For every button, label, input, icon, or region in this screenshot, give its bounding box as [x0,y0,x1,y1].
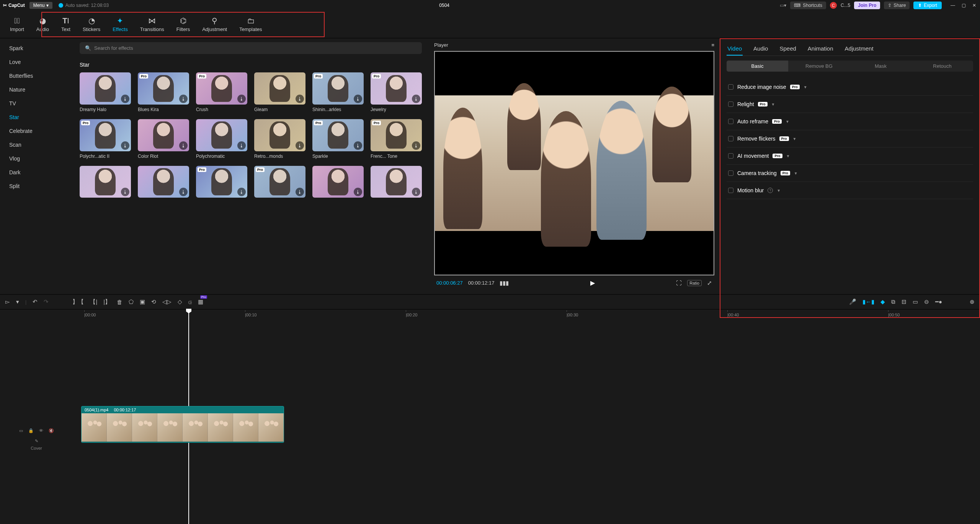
inspector-subtab-retouch[interactable]: Retouch [911,61,973,72]
lock-track-icon[interactable]: ▭ [19,428,23,433]
enhance-icon[interactable]: ▦ [198,298,203,305]
split-right-icon[interactable]: |】 [103,298,111,306]
video-clip[interactable]: 0504(1).mp4 00:00:12:17 [81,406,284,443]
effect-thumb[interactable]: ⭳ [196,119,247,151]
chevron-down-icon[interactable]: ▼ [794,171,798,175]
category-dark[interactable]: Dark [0,165,73,179]
magnet-icon[interactable]: ◆ [880,298,885,305]
frame-icon[interactable]: ▣ [140,298,145,305]
export-button[interactable]: ⬆ Export [913,2,942,9]
tab-transitions[interactable]: ⋈Transitions [134,11,170,38]
inspector-row[interactable]: Auto reframePro▼ [727,113,973,130]
undo-icon[interactable]: ↶ [33,298,38,305]
timeline-tracks[interactable]: |00:00|00:10|00:20|00:30|00:40|00:50 050… [73,309,980,524]
download-icon[interactable]: ⭳ [237,188,246,196]
download-icon[interactable]: ⭳ [121,141,129,150]
effect-item[interactable]: Pro⭳Sparkle [312,119,364,159]
tab-templates[interactable]: 🗀Templates [233,11,268,38]
effect-thumb[interactable]: Pro⭳ [371,119,422,151]
edit-cover-icon[interactable]: ✎ [35,439,38,444]
inspector-row[interactable]: Reduce image noisePro▼ [727,79,973,96]
download-icon[interactable]: ⭳ [296,188,304,196]
inspector-row[interactable]: Camera trackingPro▼ [727,165,973,182]
download-icon[interactable]: ⭳ [354,141,362,150]
mirror-icon[interactable]: ◁▷ [162,298,172,305]
mic-icon[interactable]: 🎤 [849,298,856,305]
layout-icon[interactable]: ▭▾ [780,3,786,8]
chevron-down-icon[interactable]: ▼ [804,85,807,89]
tab-stickers[interactable]: ◔Stickers [77,11,106,38]
close-icon[interactable]: ✕ [972,3,977,8]
link-icon[interactable]: ⧉ [891,298,895,305]
category-scan[interactable]: Scan [0,138,73,152]
effect-thumb[interactable]: Pro⭳ [312,119,364,151]
effect-item[interactable]: ⭳Gleam [254,72,305,112]
inspector-row[interactable]: Remove flickersPro▼ [727,130,973,147]
effect-thumb[interactable]: ⭳ [138,166,189,198]
download-icon[interactable]: ⭳ [121,95,129,103]
effect-thumb[interactable]: ⭳ [312,166,364,198]
split-left-icon[interactable]: 【| [90,298,97,306]
effect-item[interactable]: Pro⭳Jewelry [371,72,422,112]
checkbox[interactable] [728,102,733,107]
split-icon[interactable]: 】【 [72,298,84,306]
tab-filters[interactable]: ⌬Filters [170,11,196,38]
menu-button[interactable]: Menu▾ [29,2,52,9]
shortcuts-button[interactable]: ⌨ Shortcuts [790,2,826,9]
category-butterflies[interactable]: Butterflies [0,69,73,83]
align-icon[interactable]: ⊟ [902,298,906,305]
effect-thumb[interactable]: ⭳ [254,119,305,151]
compare-icon[interactable]: ▮▮▮ [500,280,509,287]
category-star[interactable]: Star [0,110,73,124]
effect-item[interactable]: ⭳ [312,166,364,200]
time-ruler[interactable]: |00:00|00:10|00:20|00:30|00:40|00:50 [73,309,980,322]
category-nature[interactable]: Nature [0,83,73,97]
chevron-down-icon[interactable]: ▼ [771,102,775,106]
effect-thumb[interactable]: Pro⭳ [196,166,247,198]
minimize-icon[interactable]: — [950,3,956,8]
redo-icon[interactable]: ↷ [44,298,49,305]
play-button[interactable]: ▶ [590,279,595,287]
magnet-start-icon[interactable]: ▮←▮ [862,298,874,305]
checkbox[interactable] [728,170,733,176]
download-icon[interactable]: ⭳ [354,188,362,196]
delete-icon[interactable]: 🗑 [117,299,122,305]
inspector-subtab-mask[interactable]: Mask [850,61,911,72]
effect-thumb[interactable]: Pro⭳ [196,72,247,105]
download-icon[interactable]: ⭳ [179,141,188,150]
inspector-row[interactable]: AI movementPro▼ [727,147,973,165]
checkbox[interactable] [728,153,733,159]
effect-item[interactable]: ⭳ [80,166,131,200]
effect-thumb[interactable]: ⭳ [80,166,131,198]
download-icon[interactable]: ⭳ [412,95,420,103]
effect-thumb[interactable]: Pro⭳ [371,72,422,105]
preview-icon[interactable]: ▭ [913,298,918,305]
fullscreen-preview-icon[interactable]: ⛶ [676,280,682,286]
download-icon[interactable]: ⭳ [412,141,420,150]
effect-thumb[interactable]: Pro⭳ [138,72,189,105]
chevron-down-icon[interactable]: ▼ [793,137,797,141]
checkbox[interactable] [728,136,733,141]
download-icon[interactable]: ⭳ [237,95,246,103]
effect-item[interactable]: ⭳ [138,166,189,200]
zoom-in-icon[interactable]: ⊕ [970,298,975,305]
search-input[interactable]: 🔍 Search for effects [80,42,422,54]
tab-adjustment[interactable]: ⚲Adjustment [196,11,233,38]
cover-label[interactable]: Cover [31,446,42,450]
reverse-icon[interactable]: ⟲ [151,298,156,305]
tab-effects[interactable]: ✦Effects [106,11,134,38]
download-icon[interactable]: ⭳ [121,188,129,196]
inspector-tab-adjustment[interactable]: Adjustment [844,42,874,56]
join-pro-button[interactable]: Join Pro [854,2,880,9]
eye-icon[interactable]: 👁 [39,428,43,433]
effect-item[interactable]: Pro⭳Shinin...arkles [312,72,364,112]
effect-item[interactable]: ⭳Color Riot [138,119,189,159]
effect-item[interactable]: ⭳Retro...monds [254,119,305,159]
effect-item[interactable]: Pro⭳ [196,166,247,200]
download-icon[interactable]: ⭳ [179,95,188,103]
mute-icon[interactable]: 🔇 [49,428,54,433]
effect-item[interactable]: Pro⭳Blues Kira [138,72,189,112]
category-spark[interactable]: Spark [0,41,73,55]
effect-thumb[interactable]: ⭳ [80,72,131,105]
inspector-tab-animation[interactable]: Animation [807,42,834,56]
